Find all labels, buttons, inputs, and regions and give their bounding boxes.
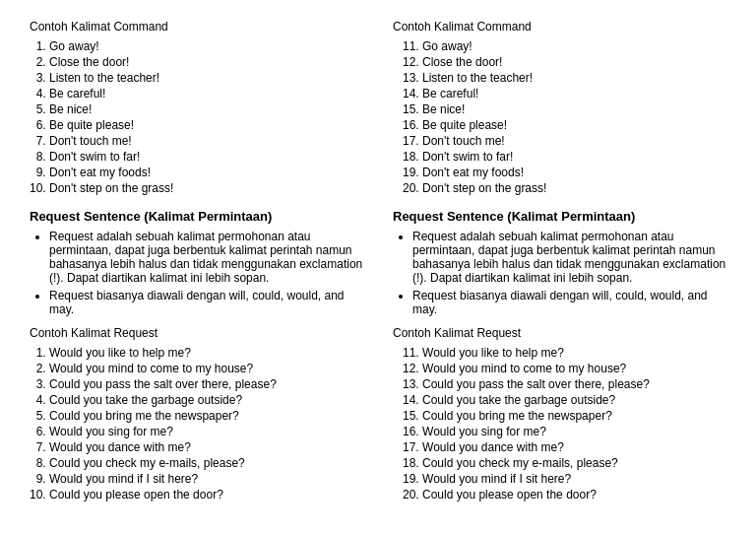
list-item: Close the door! bbox=[49, 55, 363, 69]
page-layout: Contoh Kalimat Command Go away!Close the… bbox=[30, 20, 726, 511]
right-section1-list: 11. Go away!12. Close the door!13. Liste… bbox=[393, 39, 726, 195]
list-item: Would you mind to come to my house? bbox=[49, 362, 363, 375]
list-item: 16. Would you sing for me? bbox=[403, 425, 726, 438]
list-item: Would you like to help me? bbox=[49, 346, 363, 360]
list-item: 14. Could you take the garbage outside? bbox=[403, 393, 726, 407]
left-section2-heading: Request Sentence (Kalimat Permintaan) bbox=[30, 209, 363, 224]
list-item: Could you please open the door? bbox=[49, 488, 363, 502]
list-item: 18. Could you check my e-mails, please? bbox=[403, 456, 726, 470]
list-item: Be quite please! bbox=[49, 118, 363, 132]
left-column: Contoh Kalimat Command Go away!Close the… bbox=[30, 20, 363, 511]
left-section1-list: Go away!Close the door!Listen to the tea… bbox=[49, 39, 363, 195]
list-item: Could you bring me the newspaper? bbox=[49, 409, 363, 423]
list-item: 19. Don't eat my foods! bbox=[403, 166, 726, 179]
list-item: 18. Don't swim to far! bbox=[403, 150, 726, 164]
list-item: 20. Could you please open the door? bbox=[403, 488, 726, 502]
list-item: Go away! bbox=[49, 39, 363, 53]
list-item: 17. Would you dance with me? bbox=[403, 440, 726, 454]
list-item: Request biasanya diawali dengan will, co… bbox=[412, 289, 726, 316]
list-item: 11. Would you like to help me? bbox=[403, 346, 726, 360]
list-item: Don't step on the grass! bbox=[49, 181, 363, 195]
list-item: 17. Don't touch me! bbox=[403, 134, 726, 148]
list-item: Listen to the teacher! bbox=[49, 71, 363, 85]
list-item: 16. Be quite please! bbox=[403, 118, 726, 132]
left-section2-bullets: Request adalah sebuah kalimat permohonan… bbox=[49, 230, 363, 316]
list-item: 13. Could you pass the salt over there, … bbox=[403, 377, 726, 391]
list-item: Would you sing for me? bbox=[49, 425, 363, 438]
list-item: Could you pass the salt over there, plea… bbox=[49, 377, 363, 391]
right-section3-title: Contoh Kalimat Request bbox=[393, 326, 726, 340]
right-section1-title: Contoh Kalimat Command bbox=[393, 20, 726, 33]
list-item: 20. Don't step on the grass! bbox=[403, 181, 726, 195]
list-item: 15. Be nice! bbox=[403, 102, 726, 116]
list-item: 15. Could you bring me the newspaper? bbox=[403, 409, 726, 423]
list-item: Don't swim to far! bbox=[49, 150, 363, 164]
right-column: Contoh Kalimat Command 11. Go away!12. C… bbox=[393, 20, 726, 511]
list-item: 12. Close the door! bbox=[403, 55, 726, 69]
list-item: Don't eat my foods! bbox=[49, 166, 363, 179]
left-section3-title: Contoh Kalimat Request bbox=[30, 326, 363, 340]
list-item: Be careful! bbox=[49, 87, 363, 100]
list-item: Request adalah sebuah kalimat permohonan… bbox=[49, 230, 363, 285]
list-item: Could you take the garbage outside? bbox=[49, 393, 363, 407]
list-item: 14. Be careful! bbox=[403, 87, 726, 100]
list-item: Could you check my e-mails, please? bbox=[49, 456, 363, 470]
right-section3-list: 11. Would you like to help me?12. Would … bbox=[393, 346, 726, 502]
right-section2-heading: Request Sentence (Kalimat Permintaan) bbox=[393, 209, 726, 224]
left-section3-list: Would you like to help me?Would you mind… bbox=[49, 346, 363, 502]
list-item: 12. Would you mind to come to my house? bbox=[403, 362, 726, 375]
list-item: Request biasanya diawali dengan will, co… bbox=[49, 289, 363, 316]
list-item: Would you dance with me? bbox=[49, 440, 363, 454]
list-item: 11. Go away! bbox=[403, 39, 726, 53]
left-section1-title: Contoh Kalimat Command bbox=[30, 20, 363, 33]
list-item: 13. Listen to the teacher! bbox=[403, 71, 726, 85]
list-item: 19. Would you mind if I sit here? bbox=[403, 472, 726, 486]
list-item: Would you mind if I sit here? bbox=[49, 472, 363, 486]
list-item: Don't touch me! bbox=[49, 134, 363, 148]
list-item: Request adalah sebuah kalimat permohonan… bbox=[412, 230, 726, 285]
list-item: Be nice! bbox=[49, 102, 363, 116]
right-section2-bullets: Request adalah sebuah kalimat permohonan… bbox=[412, 230, 726, 316]
